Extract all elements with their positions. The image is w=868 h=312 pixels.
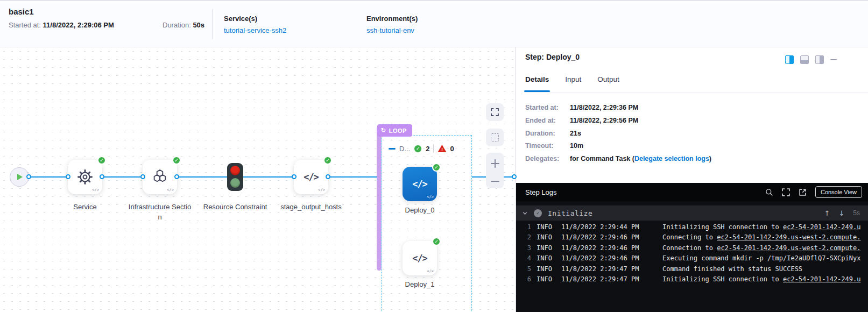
code-corner-icon: </> [318,188,325,192]
log-line-number: 1 [518,223,531,231]
console-view-button[interactable]: Console View [815,186,862,198]
log-level: INFO [537,265,557,273]
duration-value: 50s [193,21,204,29]
code-corner-icon: </> [167,188,174,192]
edge-point [292,174,297,179]
success-count-icon: ✓ [414,145,422,153]
log-search-button[interactable] [765,188,773,196]
success-badge: ✓ [172,156,181,165]
log-message-text: Initializing SSH connection to [662,223,783,231]
failed-count-icon: ! [437,145,446,152]
loop-badge[interactable]: ↻ LOOP [377,124,412,137]
scroll-top-button[interactable]: ↑ [824,209,830,217]
detail-value: for Command Task (Delegate selection log… [570,155,711,163]
node-service[interactable]: ✓ </> [68,160,102,194]
layout-split-button[interactable] [785,55,794,64]
detail-value: 10m [570,143,583,150]
step-panel-title: Step: Deploy_0 [525,53,580,61]
fullscreen-icon [782,188,790,196]
detail-label: Started at: [525,104,570,112]
service-link[interactable]: tutorial-service-ssh2 [224,26,286,34]
edge-point [100,174,104,179]
started-at-label: Started at: [9,21,41,29]
edge-point [326,174,330,179]
log-message-text: Initializing SSH connection to [662,275,783,283]
code-icon: </> [412,179,427,189]
log-line: 4INFO11/8/2022 2:29:46 PMExecuting comma… [516,253,868,264]
node-deploy-1[interactable]: ✓ </> </> [403,241,437,275]
log-line-number: 2 [518,233,531,241]
logs-header: Step Logs [516,183,868,201]
detail-row: Started at:11/8/2022, 2:29:36 PM [525,104,863,112]
detail-value-prefix: for Command Task ( [570,155,634,162]
environments-block: Environment(s) ssh-tutorial-env [366,15,418,34]
log-line: 5INFO11/8/2022 2:29:47 PMCommand finishe… [516,264,868,274]
count-divider [433,144,434,153]
canvas-select-button[interactable] [486,129,504,146]
layout-bottom-button[interactable] [800,55,809,64]
log-host-link[interactable]: ec2-54-201-142-249.us-west-2.compute. [717,233,860,241]
loop-group-header[interactable]: D... ✓ 2 ! 0 [389,143,454,154]
detail-label: Delegates: [525,155,570,163]
log-message-text: Connecting to [662,233,717,241]
node-label-stage-output-hosts: stage_output_hosts [279,202,343,212]
section-duration: 5s [853,209,860,217]
layout-right-button[interactable] [815,55,824,64]
canvas-fullscreen-button[interactable] [486,103,504,121]
zoom-in-button[interactable] [491,159,499,168]
tab-details[interactable]: Details [525,75,549,92]
log-open-external-button[interactable] [799,188,807,196]
minimize-panel-button[interactable] [830,59,837,60]
collapse-icon[interactable] [389,148,396,150]
chevron-down-icon [522,210,528,216]
traffic-light-green [230,178,240,188]
section-success-icon: ✓ [534,209,542,217]
log-timestamp: 11/8/2022 2:29:46 PM [561,254,642,262]
environment-link[interactable]: ssh-tutorial-env [366,26,414,34]
log-fullscreen-button[interactable] [782,188,790,196]
log-timestamp: 11/8/2022 2:29:47 PM [561,275,642,283]
scroll-bottom-button[interactable]: ↓ [838,209,844,217]
log-level: INFO [537,275,557,283]
node-label-infrastructure: Infrastructure Section [128,202,192,223]
detail-row: Ended at:11/8/2022, 2:29:56 PM [525,117,863,125]
code-corner-icon: </> [427,195,434,199]
code-icon: </> [304,172,319,182]
services-label: Service(s) [224,15,286,23]
detail-value: 21s [570,130,581,138]
zoom-out-button[interactable] [491,181,499,182]
failed-count: 0 [450,145,454,153]
gear-icon [76,168,94,186]
search-icon [765,188,773,196]
log-message: Connecting to ec2-54-201-142-249.us-west… [662,233,868,241]
log-timestamp: 11/8/2022 2:29:47 PM [561,265,642,273]
log-timestamp: 11/8/2022 2:29:46 PM [561,244,642,252]
detail-row: Duration:21s [525,130,863,138]
log-host-link[interactable]: ec2-54-201-142-249.u [783,275,861,283]
success-count: 2 [426,145,429,153]
node-resource-constraint[interactable] [227,163,243,191]
node-infrastructure[interactable]: ✓ </> [143,160,177,194]
loop-badge-label: LOOP [389,127,407,134]
node-label-resource-constraint: Resource Constraint [203,202,267,212]
detail-label: Timeout: [525,143,570,150]
log-section-initialize[interactable]: ✓ Initialize ↑ ↓ 5s [516,205,868,221]
loop-icon: ↻ [381,127,386,134]
detail-value-suffix: ) [709,155,711,162]
pipeline-canvas[interactable]: ✓ </> Service ✓ [0,47,516,312]
success-badge: ✓ [432,237,441,246]
log-host-link[interactable]: ec2-54-201-142-249.us-west-2.compute. [717,244,860,252]
node-deploy-0[interactable]: ✓ </> </> [403,167,437,201]
detail-row: Delegates:for Command Task (Delegate sel… [525,155,863,163]
node-stage-output-hosts[interactable]: ✓ </> </> [294,160,328,194]
code-corner-icon: </> [427,269,434,273]
log-line: 3INFO11/8/2022 2:29:46 PMConnection to e… [516,243,868,253]
duration-label: Duration: [163,21,191,29]
log-host-link[interactable]: ec2-54-201-142-249.u [783,223,861,231]
tab-input[interactable]: Input [565,75,581,92]
log-line: 6INFO11/8/2022 2:29:47 PMInitializing SS… [516,274,868,285]
tab-output[interactable]: Output [597,75,619,92]
edge-point [174,174,179,179]
edge-point [26,174,31,179]
delegate-selection-logs-link[interactable]: Delegate selection logs [634,155,709,162]
